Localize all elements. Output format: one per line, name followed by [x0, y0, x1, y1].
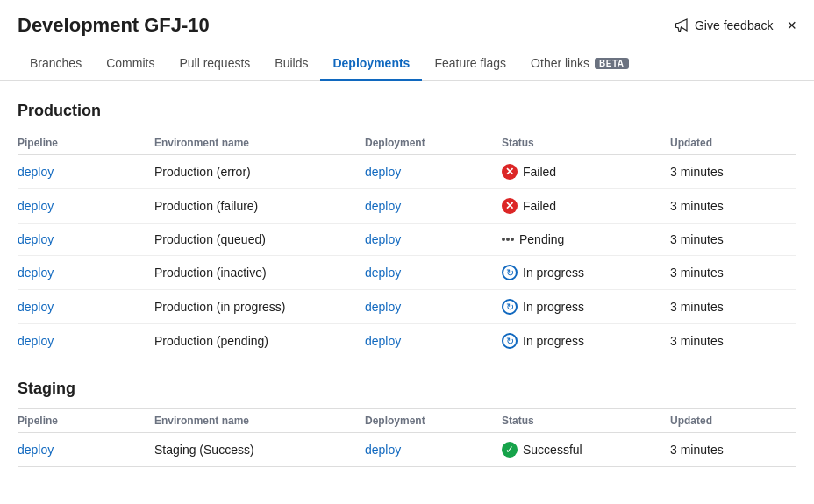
failed-icon: ✕ — [502, 198, 518, 214]
pipeline-link[interactable]: deploy — [18, 266, 54, 280]
status-label: In progress — [523, 266, 584, 280]
production-title: Production — [18, 102, 796, 120]
page-title: Development GFJ-10 — [18, 14, 210, 37]
deployment-link[interactable]: deploy — [365, 199, 401, 213]
status-label: Successful — [523, 443, 582, 457]
col-header-pipeline: Pipeline — [18, 131, 154, 155]
table-row: deploy Production (failure) deploy ✕ Fai… — [18, 189, 796, 224]
pipeline-link[interactable]: deploy — [18, 334, 54, 348]
status-label: Failed — [523, 199, 556, 213]
status-cell: Pending — [502, 232, 663, 246]
pending-icon — [502, 238, 514, 241]
tab-branches[interactable]: Branches — [18, 47, 94, 81]
tab-deployments[interactable]: Deployments — [320, 47, 422, 81]
status-cell: ✓ Successful — [502, 442, 663, 458]
pipeline-link[interactable]: deploy — [18, 199, 54, 213]
pipeline-link[interactable]: deploy — [18, 300, 54, 314]
table-row: deploy Production (error) deploy ✕ Faile… — [18, 155, 796, 189]
tab-feature-flags[interactable]: Feature flags — [422, 47, 518, 81]
updated-time: 3 minutes — [670, 324, 796, 358]
staging-table: Pipeline Environment name Deployment Sta… — [18, 408, 796, 467]
col-header-updated: Updated — [670, 131, 796, 155]
col-header-env: Environment name — [154, 131, 365, 155]
updated-time: 3 minutes — [670, 290, 796, 324]
env-name: Production (queued) — [154, 224, 365, 256]
tab-commits[interactable]: Commits — [94, 47, 167, 81]
nav-tabs: Branches Commits Pull requests Builds De… — [0, 47, 814, 81]
status-cell: ↻ In progress — [502, 333, 663, 349]
main-content: Production Pipeline Environment name Dep… — [0, 81, 814, 504]
status-cell: ↻ In progress — [502, 299, 663, 315]
staging-section: Staging Pipeline Environment name Deploy… — [18, 380, 796, 467]
production-section: Production Pipeline Environment name Dep… — [18, 102, 796, 358]
tab-pull-requests[interactable]: Pull requests — [167, 47, 262, 81]
deployment-link[interactable]: deploy — [365, 165, 401, 179]
env-name: Production (inactive) — [154, 256, 365, 290]
tab-builds[interactable]: Builds — [262, 47, 320, 81]
give-feedback-button[interactable]: Give feedback — [675, 18, 774, 32]
failed-icon: ✕ — [502, 164, 518, 180]
col-header-updated-staging: Updated — [670, 409, 796, 433]
updated-time: 3 minutes — [670, 433, 796, 467]
updated-time: 3 minutes — [670, 256, 796, 290]
env-name: Staging (Success) — [154, 433, 365, 467]
col-header-deployment: Deployment — [365, 131, 502, 155]
deployment-link[interactable]: deploy — [365, 266, 401, 280]
deployment-link[interactable]: deploy — [365, 232, 401, 246]
env-name: Production (error) — [154, 155, 365, 189]
env-name: Production (pending) — [154, 324, 365, 358]
tab-other-links[interactable]: Other links BETA — [518, 47, 640, 81]
close-button[interactable]: × — [787, 18, 796, 33]
col-header-status: Status — [502, 131, 670, 155]
deployment-link[interactable]: deploy — [365, 300, 401, 314]
deployment-link[interactable]: deploy — [365, 443, 401, 457]
beta-badge: BETA — [595, 58, 628, 69]
col-header-env-staging: Environment name — [154, 409, 365, 433]
status-cell: ✕ Failed — [502, 198, 663, 214]
table-row: deploy Production (inactive) deploy ↻ In… — [18, 256, 796, 290]
progress-icon: ↻ — [502, 299, 518, 315]
status-label: Failed — [523, 165, 556, 179]
table-row: deploy Staging (Success) deploy ✓ Succes… — [18, 433, 796, 467]
col-header-status-staging: Status — [502, 409, 670, 433]
pipeline-link[interactable]: deploy — [18, 165, 54, 179]
status-label: In progress — [523, 300, 584, 314]
progress-icon: ↻ — [502, 333, 518, 349]
success-icon: ✓ — [502, 442, 518, 458]
production-table: Pipeline Environment name Deployment Sta… — [18, 131, 796, 358]
status-label: Pending — [519, 232, 564, 246]
status-cell: ↻ In progress — [502, 265, 663, 280]
pipeline-link[interactable]: deploy — [18, 232, 54, 246]
pipeline-link[interactable]: deploy — [18, 443, 54, 457]
status-label: In progress — [523, 334, 584, 348]
staging-title: Staging — [18, 380, 796, 398]
megaphone-icon — [675, 18, 689, 32]
updated-time: 3 minutes — [670, 189, 796, 224]
updated-time: 3 minutes — [670, 155, 796, 189]
page-header: Development GFJ-10 Give feedback × — [0, 0, 814, 47]
header-actions: Give feedback × — [675, 18, 796, 33]
env-name: Production (in progress) — [154, 290, 365, 324]
progress-icon: ↻ — [502, 265, 518, 280]
col-header-deployment-staging: Deployment — [365, 409, 502, 433]
table-row: deploy Production (queued) deploy Pendin… — [18, 224, 796, 256]
env-name: Production (failure) — [154, 189, 365, 224]
status-cell: ✕ Failed — [502, 164, 663, 180]
updated-time: 3 minutes — [670, 224, 796, 256]
col-header-pipeline-staging: Pipeline — [18, 409, 154, 433]
deployment-link[interactable]: deploy — [365, 334, 401, 348]
table-row: deploy Production (in progress) deploy ↻… — [18, 290, 796, 324]
table-row: deploy Production (pending) deploy ↻ In … — [18, 324, 796, 358]
